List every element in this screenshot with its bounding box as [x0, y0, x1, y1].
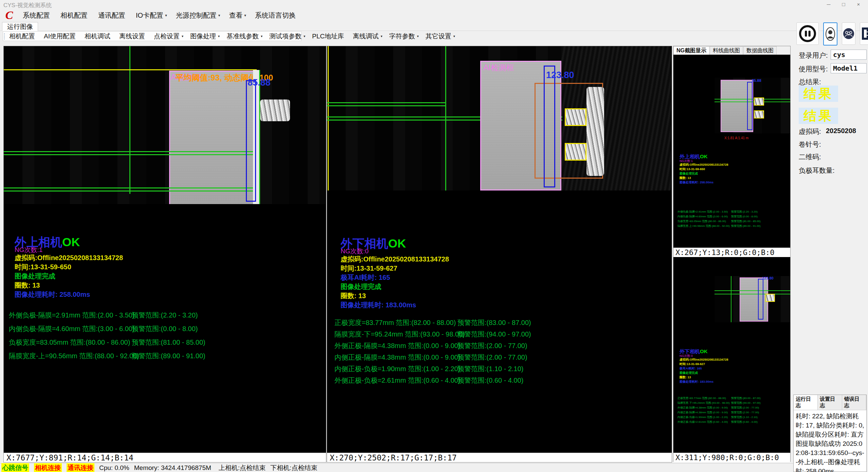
toolbar-item[interactable]: 相机调试: [81, 32, 116, 41]
mini-yellow-box: [754, 110, 764, 119]
measure-line: [4, 151, 259, 152]
top-buttons: [796, 22, 868, 46]
chevron-down-icon: ▾: [381, 34, 382, 38]
upper-coord-bar: X:7677;Y:891;R:14;G:14;B:14: [4, 453, 326, 462]
comm-link-badge: 通讯连接: [67, 463, 94, 472]
users-icon: [843, 28, 854, 39]
mini-camera-image: 123.80: [715, 276, 790, 322]
app-window: CYS-视觉检测系统 ─ □ × C 系统配置 相机配置 通讯配置 IO卡配置▾…: [0, 0, 868, 472]
mini-vcode: 虚拟码:Offline20250208133134728: [680, 163, 728, 167]
toolbar-item[interactable]: 字符参数▾: [386, 32, 422, 41]
toolbar-item[interactable]: 图像处理▾: [187, 32, 223, 41]
tab-material-curve[interactable]: 料线曲线图: [710, 46, 743, 55]
exit-button[interactable]: [860, 22, 868, 45]
tab-ng-display[interactable]: NG截图显示: [673, 46, 709, 55]
mini-measurements-upper: 外侧负极-隔膜=2.91mm 范围:(2.00 - 3.50)预警范围:(2.2…: [677, 209, 790, 228]
result-box-lower: 结果: [799, 108, 838, 124]
tab-data-curve[interactable]: 数据曲线图: [743, 46, 777, 55]
chevron-down-icon: ▾: [417, 34, 419, 38]
tab-run-image[interactable]: 运行图像: [2, 22, 38, 31]
measurement-row: 隔膜宽度-下=95.24mm 范围:(93.00 - 98.00) 预警范围:(…: [334, 328, 661, 340]
edge-line-yellow: [328, 46, 329, 190]
detect-box-yellow: [565, 108, 586, 126]
model-field[interactable]: Model1: [831, 63, 867, 73]
window-controls: ─ □ ×: [821, 0, 866, 9]
detect-box-yellow: [565, 143, 586, 161]
measurement-row: 负极宽度=83.05mm 范围:(80.00 - 86.00) 预警范围:(81…: [9, 335, 314, 349]
menu-item[interactable]: 通讯配置: [94, 11, 131, 20]
measurement-row: 隔膜宽度-上=90.56mm 范围:(88.00 - 92.00) 预警范围:(…: [9, 349, 314, 363]
mini-yellow-box: [754, 97, 764, 106]
tab-run-log[interactable]: 运行日志: [794, 395, 818, 410]
turn-count-line: 圈数: 13: [341, 291, 626, 301]
minimize-icon[interactable]: ─: [821, 0, 836, 9]
measure-value: 85.88: [248, 77, 271, 88]
menu-item[interactable]: IO卡配置▾: [131, 11, 171, 20]
toolbar-item[interactable]: PLC地址库: [309, 32, 349, 41]
mini-ng-count: NG次数:0: [680, 354, 728, 358]
tab-settings-log[interactable]: 设置日志: [818, 395, 842, 410]
edge-line: [259, 70, 260, 204]
menu-item[interactable]: 系统配置: [18, 11, 56, 20]
chevron-down-icon: ▾: [304, 34, 305, 38]
toolbar-item[interactable]: 其它设置▾: [422, 32, 458, 41]
chevron-down-icon: ▾: [261, 34, 263, 38]
tab-lug: [586, 87, 604, 176]
tab-error-log[interactable]: 错误日志: [842, 395, 866, 410]
mini-ng-count: NG次数:1: [680, 159, 728, 163]
measure-line: [327, 105, 445, 106]
log-content[interactable]: 耗时: 222, 缺陷检测耗时: 17, 缺陷分类耗时: 0, 缺陷提取分区耗时…: [794, 410, 866, 472]
mini-title: 外上相机OK: [680, 154, 728, 159]
mini-measurement-row: 隔膜宽度-上=90.56mm 范围:(88.00 - 92.00)预警范围:(8…: [677, 223, 790, 228]
window-title: CYS-视觉检测系统: [3, 1, 52, 9]
toolbar-item[interactable]: 相机配置: [6, 32, 40, 41]
mini-yellow-box: [765, 294, 775, 302]
menu-item[interactable]: 系统语言切换: [251, 11, 302, 20]
status-bar: 心跳信号 相机连接 通讯连接 Cpu: 0.0% Memory: 3424.41…: [0, 463, 793, 472]
toolbar-grip[interactable]: [4, 33, 5, 39]
ai-box-label: AI检测框: [483, 62, 514, 73]
close-icon[interactable]: ×: [851, 0, 866, 9]
process-time-line: 图像处理耗时: 258.00ms: [15, 290, 300, 299]
toolbar-item[interactable]: 离线调试▾: [349, 32, 386, 41]
ng-panel-tabs: NG截图显示 料线曲线图 数据曲线图: [673, 46, 777, 55]
login-user-field[interactable]: cys: [831, 50, 867, 60]
toolbar-item[interactable]: 点检设置▾: [150, 32, 187, 41]
mini-ai-time: 极耳AI耗时: 165: [680, 366, 728, 371]
lower-camera-view[interactable]: AI检测框 123.80 外下相机OK NG次数:0 虚拟码:Offline20…: [327, 46, 672, 462]
datum-line-vertical: [445, 46, 446, 190]
title-bar: CYS-视觉检测系统 ─ □ ×: [0, 0, 868, 9]
app-logo-icon: C: [3, 10, 16, 21]
measure-value: 123.80: [546, 70, 574, 80]
maximize-icon[interactable]: □: [836, 0, 851, 9]
user-group-button[interactable]: [842, 22, 855, 45]
mini-measurement-row: 外侧正极-隔膜=4.38mm 范围:(0.00 - 9.00)预警范围:(2.0…: [677, 405, 790, 410]
ng-view-upper[interactable]: 85.88 X:1.81 A:1.41 m 外上相机OK NG次数:1 虚拟码:…: [673, 55, 790, 248]
upper-camera-view[interactable]: AI检测框 平均阈值:93, 动态阈值:100 85.88 外上相机OK NG次…: [3, 46, 326, 462]
pause-button[interactable]: [796, 22, 819, 45]
mini-done: 图像处理完成: [680, 171, 728, 176]
menu-item[interactable]: 相机配置: [56, 11, 94, 20]
menu-item[interactable]: 查看▾: [224, 11, 251, 20]
virtual-code-line: 虚拟码:Offline20250208133134728: [341, 255, 626, 264]
mini-vcode: 虚拟码:Offline20250208133134728: [680, 358, 728, 362]
toolbar-item[interactable]: 测试项参数▾: [266, 32, 309, 41]
menu-item[interactable]: 光源控制配置▾: [171, 11, 225, 20]
measurement-row: 外侧负极-隔膜=2.91mm 范围:(2.00 - 3.50) 预警范围:(2.…: [9, 308, 314, 322]
virtual-code-line: 虚拟码:Offline20250208133134728: [15, 253, 300, 262]
mini-time: 时间:13-31-59-627: [680, 362, 728, 366]
time-line: 时间:13-31-59-650: [15, 262, 300, 272]
mini-blue-box: [758, 279, 763, 320]
single-user-button[interactable]: [823, 22, 837, 46]
toolbar-item[interactable]: AI使用配置: [40, 32, 81, 41]
datum-line-yellow: [4, 69, 257, 70]
upper-measurements: 外侧负极-隔膜=2.91mm 范围:(2.00 - 3.50) 预警范围:(2.…: [9, 308, 314, 363]
toolbar-item[interactable]: 离线设置: [116, 32, 150, 41]
ng-view-lower[interactable]: 123.80 外下相机OK NG次数:0 虚拟码:Offline20250208…: [673, 257, 790, 453]
mini-done: 图像处理完成: [680, 371, 728, 375]
toolbar-item[interactable]: 基准线参数▾: [223, 32, 266, 41]
measure-line: [4, 187, 259, 188]
mini-line: [715, 290, 790, 291]
mini-measurement-row: 内侧负极-隔膜=4.60mm 范围:(3.00 - 6.00)预警范围:(0.0…: [677, 214, 790, 219]
measure-line: [4, 190, 259, 192]
